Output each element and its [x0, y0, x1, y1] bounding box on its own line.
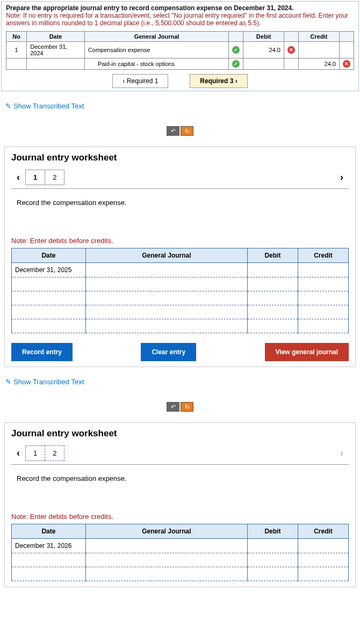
required-1-button[interactable]: ‹ Required 1	[112, 74, 168, 88]
journal-worksheet-2: Journal entry worksheet ‹ 1 2 › Record t…	[4, 422, 356, 587]
record-entry-button[interactable]: Record entry	[11, 343, 73, 361]
table-row: 1 December 31, 2024 Compensation expense…	[6, 42, 354, 58]
note-text: Note: Enter debits before credits.	[11, 237, 349, 245]
answer-table: No Date General Journal Debit Credit 1 D…	[6, 31, 354, 70]
redo-button[interactable]: ↻	[181, 126, 193, 136]
tab-2[interactable]: 2	[45, 170, 64, 185]
instruction-panel: Record the compensation expense.	[11, 188, 349, 228]
required-3-button[interactable]: Required 3 ›	[190, 74, 247, 88]
undo-button[interactable]: ↶	[167, 402, 179, 412]
show-transcribed-link[interactable]: ✎ Show Transcribed Text	[5, 102, 355, 110]
chevron-left-icon[interactable]: ‹	[11, 448, 25, 459]
col-gj: General Journal	[84, 32, 228, 42]
col-no: No	[6, 32, 27, 42]
worksheet-title: Journal entry worksheet	[11, 152, 349, 163]
chevron-right-icon[interactable]: ›	[335, 448, 349, 459]
mini-toolbar: ↶ ↻	[0, 126, 360, 136]
transcribe-icon: ✎	[5, 378, 11, 386]
clear-entry-button[interactable]: Clear entry	[141, 343, 196, 361]
col-credit: Credit	[298, 524, 348, 539]
journal-worksheet-1: Journal entry worksheet ‹ 1 2 › Record t…	[4, 147, 356, 367]
check-icon: ✓	[232, 46, 240, 54]
chevron-left-icon[interactable]: ‹	[11, 172, 25, 183]
instruction-panel: Record the compensation expense.	[11, 464, 349, 504]
col-debit: Debit	[243, 32, 284, 42]
undo-button[interactable]: ↶	[167, 126, 179, 136]
chevron-right-icon[interactable]: ›	[335, 172, 349, 183]
nav-buttons: ‹ Required 1 Required 3 ›	[6, 74, 354, 88]
table-row: Paid-in capital - stock options ✓ 24.0 ✕	[6, 58, 354, 70]
journal-entry-table: Date General Journal Debit Credit Decemb…	[11, 248, 349, 333]
tab-2[interactable]: 2	[45, 445, 64, 461]
col-date: Date	[12, 524, 86, 539]
col-credit: Credit	[298, 248, 348, 263]
show-transcribed-link[interactable]: ✎ Show Transcribed Text	[5, 378, 355, 386]
instruction-note: Note: If no entry is required for a tran…	[6, 12, 354, 27]
redo-button[interactable]: ↻	[181, 402, 193, 412]
col-date: Date	[27, 32, 85, 42]
tab-1[interactable]: 1	[25, 170, 45, 185]
col-gj: General Journal	[85, 524, 247, 539]
col-debit: Debit	[247, 524, 298, 539]
transcribe-icon: ✎	[5, 102, 11, 110]
instruction-title: Prepare the appropriate journal entry to…	[6, 4, 354, 12]
x-icon: ✕	[343, 60, 350, 68]
worksheet-title: Journal entry worksheet	[11, 428, 349, 439]
col-gj: General Journal	[85, 248, 247, 263]
view-journal-button[interactable]: View general journal	[265, 343, 349, 361]
x-icon: ✕	[287, 46, 295, 54]
check-icon: ✓	[232, 60, 240, 68]
journal-entry-table: Date General Journal Debit Credit Decemb…	[11, 524, 349, 581]
col-credit: Credit	[298, 32, 339, 42]
instruction-box: Prepare the appropriate journal entry to…	[1, 1, 359, 91]
col-debit: Debit	[247, 248, 298, 263]
mini-toolbar: ↶ ↻	[0, 402, 360, 412]
tab-1[interactable]: 1	[25, 445, 45, 461]
note-text: Note: Enter debits before credits.	[11, 513, 349, 521]
col-date: Date	[12, 248, 86, 263]
